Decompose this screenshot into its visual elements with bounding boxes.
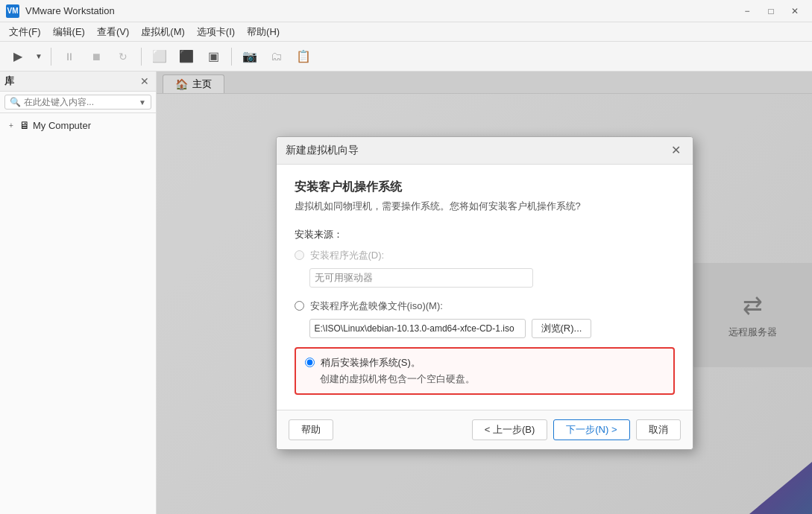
send-files-button[interactable]: 📋 (292, 45, 315, 69)
section-label: 安装来源： (295, 228, 675, 241)
dialog-footer: 帮助 < 上一步(B) 下一步(N) > 取消 (277, 410, 693, 449)
help-button[interactable]: 帮助 (289, 419, 333, 440)
sidebar-header: 库 ✕ (0, 72, 156, 92)
app-icon: VM (6, 4, 19, 18)
cancel-button[interactable]: 取消 (636, 419, 681, 440)
menu-tab[interactable]: 选项卡(I) (191, 24, 241, 40)
content-area: 🏠 主页 7 ⇄ 远程服务器 vmware® CSDN @莉法 (157, 72, 812, 514)
iso-path-input[interactable] (309, 319, 526, 338)
stop-button[interactable]: ⏹ (84, 45, 108, 69)
option-later-row: 稍后安装操作系统(S)。 (305, 356, 664, 369)
option-later-sub: 创建的虚拟机将包含一个空白硬盘。 (320, 372, 664, 386)
view-split-button[interactable]: ▣ (201, 45, 225, 69)
close-button[interactable]: ✕ (784, 4, 806, 19)
sidebar-tree: + 🖥 My Computer (0, 113, 156, 137)
browse-button[interactable]: 浏览(R)... (532, 319, 592, 338)
play-button[interactable]: ▶ (6, 45, 30, 69)
radio-iso[interactable] (295, 301, 304, 311)
title-bar: VM VMware Workstation − □ ✕ (0, 0, 812, 22)
computer-icon: 🖥 (19, 119, 30, 131)
back-button[interactable]: < 上一步(B) (472, 419, 548, 440)
dialog-title: 新建虚拟机向导 (286, 144, 359, 157)
drive-select-row: 无可用驱动器 (309, 268, 675, 288)
tree-label-my-computer: My Computer (33, 120, 91, 131)
iso-path-row: 浏览(R)... (309, 319, 675, 338)
radio-cd-dvd-label: 安装程序光盘(D): (310, 249, 385, 262)
maximize-button[interactable]: □ (760, 4, 782, 19)
radio-later[interactable] (305, 358, 315, 367)
toolbar-separator-3 (231, 48, 232, 66)
dialog-title-bar: 新建虚拟机向导 ✕ (277, 137, 693, 165)
menu-vm[interactable]: 虚拟机(M) (135, 24, 191, 40)
menu-help[interactable]: 帮助(H) (241, 24, 286, 40)
minimize-button[interactable]: − (736, 4, 758, 19)
sidebar: 库 ✕ 🔍 ▼ + 🖥 My Computer (0, 72, 157, 514)
toolbar-separator-1 (51, 48, 51, 66)
window-controls: − □ ✕ (736, 4, 806, 19)
main-container: 库 ✕ 🔍 ▼ + 🖥 My Computer 🏠 主页 (0, 72, 812, 514)
restart-button[interactable]: ↻ (111, 45, 135, 69)
option-cd-dvd: 安装程序光盘(D): (295, 249, 675, 262)
sidebar-close-button[interactable]: ✕ (138, 74, 151, 88)
option-iso: 安装程序光盘映像文件(iso)(M): (295, 299, 675, 313)
radio-iso-label: 安装程序光盘映像文件(iso)(M): (310, 299, 443, 313)
menu-bar: 文件(F) 编辑(E) 查看(V) 虚拟机(M) 选项卡(I) 帮助(H) (0, 22, 812, 42)
snapshot-manager-button[interactable]: 🗂 (265, 45, 289, 69)
suspend-button[interactable]: ⏸ (57, 45, 81, 69)
search-input-wrap: 🔍 ▼ (4, 95, 151, 110)
dialog-heading: 安装客户机操作系统 (295, 180, 675, 195)
drive-select[interactable]: 无可用驱动器 (309, 268, 533, 288)
toolbar: ▶ ▼ ⏸ ⏹ ↻ ⬜ ⬛ ▣ 📷 🗂 📋 (0, 42, 812, 72)
sidebar-title: 库 (4, 74, 14, 88)
footer-left: 帮助 (289, 419, 333, 440)
toolbar-separator-2 (141, 48, 142, 66)
radio-cd-dvd[interactable] (295, 250, 304, 260)
new-vm-wizard-dialog: 新建虚拟机向导 ✕ 安装客户机操作系统 虚拟机如同物理机，需要操作系统。您将如何… (276, 136, 693, 450)
tree-item-my-computer[interactable]: + 🖥 My Computer (0, 116, 156, 134)
snapshot-button[interactable]: 📷 (238, 45, 262, 69)
next-button[interactable]: 下一步(N) > (553, 419, 629, 440)
dialog-overlay: 新建虚拟机向导 ✕ 安装客户机操作系统 虚拟机如同物理机，需要操作系统。您将如何… (157, 72, 812, 514)
radio-later-label: 稍后安装操作系统(S)。 (321, 356, 421, 369)
menu-view[interactable]: 查看(V) (91, 24, 135, 40)
sidebar-search-area: 🔍 ▼ (0, 92, 156, 113)
dialog-body: 安装客户机操作系统 虚拟机如同物理机，需要操作系统。您将如何安装客户机操作系统?… (277, 165, 693, 410)
app-title: VMware Workstation (25, 5, 730, 16)
view-normal-button[interactable]: ⬜ (148, 45, 171, 69)
search-icon: 🔍 (10, 97, 21, 107)
footer-right: < 上一步(B) 下一步(N) > 取消 (472, 419, 681, 440)
dialog-subtext: 虚拟机如同物理机，需要操作系统。您将如何安装客户机操作系统? (295, 200, 675, 213)
search-input[interactable] (24, 97, 136, 107)
search-dropdown-button[interactable]: ▼ (139, 98, 146, 107)
view-full-button[interactable]: ⬛ (174, 45, 198, 69)
selected-option-box: 稍后安装操作系统(S)。 创建的虚拟机将包含一个空白硬盘。 (295, 347, 675, 395)
dialog-close-button[interactable]: ✕ (669, 143, 684, 158)
play-dropdown-button[interactable]: ▼ (33, 45, 45, 69)
tree-expand-icon: + (6, 120, 16, 130)
menu-edit[interactable]: 编辑(E) (47, 24, 91, 40)
menu-file[interactable]: 文件(F) (3, 24, 47, 40)
